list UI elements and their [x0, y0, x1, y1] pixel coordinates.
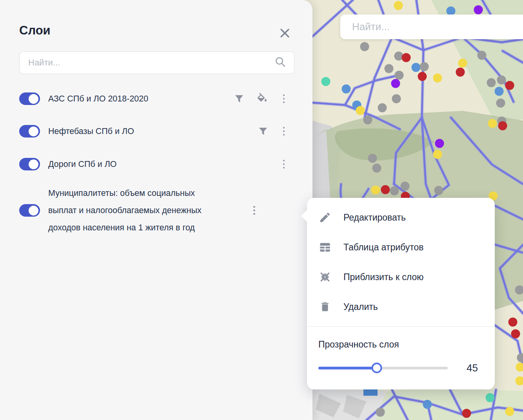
layers-panel: Слои АЗС СПб и ЛО 2018-2020 — [0, 0, 312, 420]
gray-point-marker[interactable] — [378, 103, 387, 112]
gray-point-marker[interactable] — [487, 78, 496, 87]
gray-point-marker[interactable] — [517, 353, 523, 362]
layer-label: Муниципалитеты: объем социальных выплат … — [48, 185, 246, 236]
layer-toggle[interactable] — [19, 125, 40, 138]
slider-fill — [318, 367, 377, 369]
search-icon — [274, 56, 286, 69]
kebab-menu-icon[interactable] — [280, 125, 288, 138]
slider-handle[interactable] — [371, 363, 382, 373]
panel-title: Слои — [19, 24, 51, 38]
red-point-marker[interactable] — [498, 121, 507, 130]
gray-point-marker[interactable] — [363, 116, 372, 125]
layer-toggle[interactable] — [19, 158, 40, 170]
gray-point-marker[interactable] — [368, 154, 377, 163]
yellow-point-marker[interactable] — [433, 74, 442, 83]
yellow-point-marker[interactable] — [394, 1, 403, 10]
zoom-to-layer-icon — [318, 271, 332, 283]
blue-point-marker[interactable] — [423, 400, 432, 409]
kebab-menu-icon[interactable] — [280, 93, 288, 105]
menu-item-delete[interactable]: Удалить — [307, 292, 495, 322]
gray-point-marker[interactable] — [385, 64, 394, 73]
layer-context-menu: Редактировать Таблица атрибутов — [307, 198, 495, 389]
blue-point-marker[interactable] — [342, 85, 351, 94]
yellow-point-marker[interactable] — [356, 106, 365, 115]
gray-point-marker[interactable] — [390, 186, 399, 196]
yellow-point-marker[interactable] — [516, 377, 523, 386]
red-point-marker[interactable] — [462, 409, 471, 418]
red-point-marker[interactable] — [456, 68, 465, 77]
yellow-point-marker[interactable] — [433, 150, 442, 159]
teal-point-marker[interactable] — [321, 77, 331, 86]
red-point-marker[interactable] — [508, 318, 518, 327]
red-point-marker[interactable] — [505, 81, 514, 90]
opacity-section: Прозрачность слоя 45 — [307, 339, 495, 376]
gray-point-marker[interactable] — [420, 62, 429, 71]
layer-row-neftebazy: Нефтебазы СПб и ЛО — [19, 124, 288, 138]
gray-point-marker[interactable] — [434, 186, 443, 195]
menu-item-attribute-table[interactable]: Таблица атрибутов — [307, 232, 495, 262]
blue-point-marker[interactable] — [412, 63, 421, 72]
map-search-box — [340, 14, 523, 39]
style-fill-icon[interactable] — [256, 93, 268, 105]
menu-item-label: Удалить — [343, 302, 378, 312]
yellow-point-marker[interactable] — [458, 59, 467, 68]
menu-item-label: Таблица атрибутов — [343, 242, 423, 253]
yellow-point-marker[interactable] — [371, 186, 380, 195]
kebab-menu-icon[interactable] — [280, 158, 288, 170]
gray-point-marker[interactable] — [401, 182, 410, 191]
map-search-input[interactable] — [340, 14, 523, 39]
opacity-slider[interactable] — [318, 367, 448, 369]
trash-icon — [318, 301, 332, 313]
gray-point-marker[interactable] — [376, 408, 385, 417]
menu-item-label: Редактировать — [343, 212, 406, 223]
gray-point-marker[interactable] — [392, 94, 401, 103]
red-point-marker[interactable] — [402, 53, 411, 62]
layer-row-azs: АЗС СПб и ЛО 2018-2020 — [19, 92, 288, 106]
filter-icon[interactable] — [258, 126, 268, 136]
layers-search-box — [19, 51, 294, 74]
layer-row-municipality: Муниципалитеты: объем социальных выплат … — [19, 184, 288, 237]
attribute-table-icon — [318, 241, 332, 253]
purple-point-marker[interactable] — [435, 139, 444, 148]
layer-label: Дороги СПб и ЛО — [48, 159, 276, 169]
gray-point-marker[interactable] — [478, 51, 487, 60]
purple-point-marker[interactable] — [391, 79, 400, 88]
purple-point-marker[interactable] — [474, 5, 483, 14]
app-window: Слои АЗС СПб и ЛО 2018-2020 — [0, 0, 523, 420]
menu-item-edit[interactable]: Редактировать — [307, 203, 495, 232]
close-icon[interactable] — [278, 27, 291, 39]
teal-point-marker[interactable] — [486, 393, 495, 402]
gray-point-marker[interactable] — [496, 99, 505, 108]
layer-toggle[interactable] — [19, 204, 40, 217]
layer-row-dorogi: Дороги СПб и ЛО — [19, 157, 288, 171]
yellow-point-marker[interactable] — [488, 119, 497, 128]
gray-point-marker[interactable] — [394, 52, 403, 61]
menu-separator — [307, 326, 495, 327]
filter-icon[interactable] — [234, 94, 244, 104]
yellow-point-marker[interactable] — [516, 363, 523, 372]
close-x-glyph — [280, 28, 290, 38]
pencil-icon — [318, 211, 332, 224]
layer-label: Нефтебазы СПб и ЛО — [48, 127, 254, 136]
layers-search-input[interactable] — [20, 58, 274, 68]
menu-item-label: Приблизить к слою — [343, 272, 424, 282]
gray-point-marker[interactable] — [360, 42, 369, 51]
red-point-marker[interactable] — [381, 185, 390, 194]
layer-label: АЗС СПб и ЛО 2018-2020 — [48, 94, 230, 104]
layer-toggle[interactable] — [19, 92, 40, 105]
blue-point-marker[interactable] — [495, 87, 504, 96]
opacity-value: 45 — [467, 362, 478, 374]
opacity-label: Прозрачность слоя — [318, 339, 483, 350]
gray-point-marker[interactable] — [395, 71, 404, 80]
red-point-marker[interactable] — [418, 72, 427, 81]
menu-item-zoom-to-layer[interactable]: Приблизить к слою — [307, 262, 495, 292]
red-point-marker[interactable] — [511, 329, 520, 339]
kebab-menu-icon[interactable] — [250, 205, 258, 217]
gray-point-marker[interactable] — [497, 76, 506, 85]
gray-point-marker[interactable] — [372, 164, 381, 173]
yellow-point-marker[interactable] — [505, 407, 514, 416]
